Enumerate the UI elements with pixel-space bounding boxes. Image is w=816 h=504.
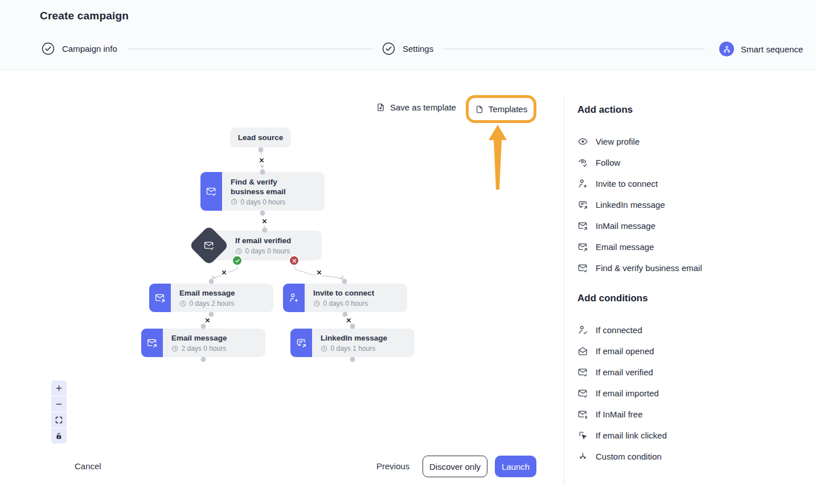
condition-no-badge[interactable]	[289, 255, 300, 266]
person-plus-icon	[288, 292, 300, 304]
minus-icon	[55, 400, 63, 408]
zoom-out-button[interactable]	[51, 396, 67, 412]
highlight-arrow	[489, 125, 507, 190]
action-label: View profile	[596, 137, 639, 146]
condition-item-if-connected[interactable]: If connected	[577, 319, 808, 341]
flow-node-email-message-1[interactable]: Email message 0 days 2 hours	[149, 284, 273, 312]
file-icon	[475, 105, 484, 114]
action-item-inmail-message[interactable]: InMail message	[577, 215, 808, 236]
action-item-linkedin-message[interactable]: LinkedIn message	[577, 194, 808, 215]
step-label: Campaign info	[62, 44, 117, 54]
condition-yes-badge[interactable]	[232, 255, 243, 266]
condition-item-if-email-opened[interactable]: If email opened	[577, 341, 808, 362]
person-check-icon	[577, 325, 588, 335]
templates-label: Templates	[489, 104, 527, 114]
condition-item-if-email-verified[interactable]: If email verified	[577, 362, 808, 383]
action-item-email-message[interactable]: Email message	[577, 236, 808, 257]
flow-node-invite-to-connect[interactable]: Invite to connect 0 days 0 hours	[283, 284, 407, 312]
action-label: Find & verify business email	[596, 263, 702, 273]
sidebar-divider	[564, 97, 564, 485]
remove-step-icon[interactable]	[260, 216, 269, 226]
flow-node-email-message-2[interactable]: Email message 2 days 0 hours	[141, 329, 265, 357]
launch-button[interactable]: Launch	[495, 456, 536, 477]
condition-label: If email opened	[596, 346, 654, 356]
node-duration: 0 days 2 hours	[190, 300, 235, 308]
save-as-template-button[interactable]: Save as template	[376, 103, 456, 112]
save-as-template-label: Save as template	[390, 103, 456, 112]
envelope-send-icon	[577, 241, 588, 252]
action-label: Invite to connect	[596, 179, 658, 189]
remove-step-icon[interactable]	[203, 315, 212, 325]
node-icon-tile	[141, 329, 163, 357]
action-label: Email message	[596, 242, 654, 252]
clock-icon	[179, 300, 187, 308]
action-label: Follow	[596, 158, 620, 167]
condition-label: If email imported	[596, 388, 659, 398]
node-title: If email verified	[235, 236, 316, 245]
condition-item-if-email-link-clicked[interactable]: If email link clicked	[577, 425, 808, 446]
lock-icon	[55, 432, 63, 440]
node-title-line2: business email	[231, 187, 286, 196]
smart-sequence-badge	[719, 42, 734, 56]
node-title: LinkedIn message	[321, 333, 409, 343]
action-item-follow[interactable]: Follow	[577, 152, 808, 173]
remove-step-icon[interactable]	[257, 155, 266, 165]
envelope-check-icon	[577, 388, 588, 399]
actions-list: View profile Follow Invite to connect Li…	[577, 131, 808, 278]
cancel-button[interactable]: Cancel	[75, 461, 101, 471]
fit-view-button[interactable]	[51, 412, 67, 428]
condition-item-if-email-imported[interactable]: If email imported	[577, 383, 808, 404]
discover-only-button[interactable]: Discover only	[423, 456, 487, 477]
page-title: Create campaign	[40, 10, 129, 22]
remove-step-icon[interactable]	[219, 268, 228, 277]
clock-icon	[313, 300, 321, 308]
action-item-view-profile[interactable]: View profile	[577, 131, 808, 152]
condition-label: If email link clicked	[596, 431, 667, 440]
stepper-step-settings[interactable]: Settings	[382, 42, 433, 56]
stepper-step-smart-sequence[interactable]: Smart sequence	[719, 42, 803, 56]
flow-node-find-verify-email[interactable]: Find & verifybusiness email 0 days 0 hou…	[200, 172, 325, 211]
node-title: Email message	[179, 288, 268, 298]
clock-icon	[231, 198, 238, 206]
condition-item-custom-condition[interactable]: Custom condition	[577, 446, 808, 467]
envelope-open-icon	[577, 346, 588, 357]
remove-step-icon[interactable]	[344, 315, 353, 325]
envelope-send-icon	[154, 292, 166, 304]
action-item-find-verify-email[interactable]: Find & verify business email	[577, 257, 808, 278]
node-duration: 2 days 0 hours	[182, 345, 227, 353]
node-icon-tile	[149, 284, 171, 312]
previous-button[interactable]: Previous	[376, 461, 409, 471]
lock-button[interactable]	[51, 428, 67, 444]
plus-icon	[55, 384, 63, 392]
check-icon	[235, 258, 240, 264]
check-circle-icon	[41, 42, 55, 56]
templates-button[interactable]: Templates	[466, 95, 536, 123]
step-label: Settings	[403, 44, 433, 54]
node-title-line1: Find & verify	[231, 178, 277, 186]
step-label: Smart sequence	[741, 44, 803, 54]
zoom-in-button[interactable]	[51, 380, 67, 396]
flow-node-linkedin-message[interactable]: LinkedIn message 0 days 1 hours	[290, 329, 415, 357]
chat-send-icon	[577, 199, 588, 210]
condition-item-if-inmail-free[interactable]: If InMail free	[577, 404, 808, 425]
remove-step-icon[interactable]	[314, 268, 323, 277]
condition-label: If email verified	[596, 367, 653, 377]
flow-node-lead-source[interactable]: Lead source	[230, 128, 291, 147]
clock-icon	[171, 345, 179, 353]
condition-label: If InMail free	[596, 409, 643, 419]
envelope-check-icon	[577, 263, 588, 273]
expand-icon	[55, 416, 63, 424]
check-circle-icon	[382, 42, 396, 56]
node-duration: 0 days 0 hours	[245, 247, 290, 255]
node-duration: 0 days 0 hours	[241, 198, 286, 206]
add-conditions-title: Add conditions	[577, 293, 808, 304]
envelope-check-icon	[577, 367, 588, 378]
action-label: InMail message	[596, 221, 655, 231]
actions-sidebar: Add actions View profile Follow Invite t…	[577, 97, 808, 467]
stepper-step-campaign-info[interactable]: Campaign info	[41, 42, 117, 56]
clock-icon	[321, 345, 328, 353]
sequence-icon	[722, 44, 732, 54]
node-title: Email message	[171, 333, 260, 343]
action-item-invite-to-connect[interactable]: Invite to connect	[577, 173, 808, 194]
envelope-send-icon	[146, 337, 158, 349]
